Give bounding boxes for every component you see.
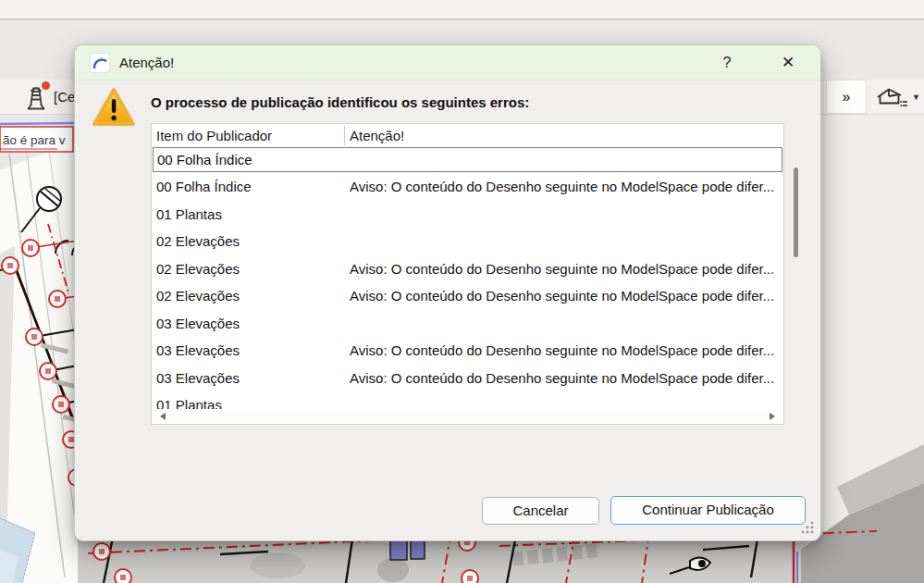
scroll-left-icon[interactable] (160, 413, 166, 420)
close-icon[interactable]: ✕ (776, 45, 800, 81)
row-item-label: 02 Elevações (153, 288, 344, 304)
continue-publish-button[interactable]: Continuar Publicação (610, 496, 806, 525)
model-view-icon[interactable] (874, 85, 909, 109)
row-warning-label: Aviso: O conteúdo do Desenho seguinte no… (344, 179, 782, 194)
warning-icon (92, 86, 136, 129)
error-table-body: 00 Folha ÍndiceAviso: O conteúdo do Dese… (153, 173, 782, 409)
table-row[interactable]: 01 Plantas (153, 201, 782, 229)
help-button[interactable]: ? (715, 45, 739, 81)
archicad-logo-icon (90, 53, 110, 73)
table-row[interactable]: 02 ElevaçõesAviso: O conteúdo do Desenho… (153, 282, 782, 310)
row-warning-label: Aviso: O conteúdo do Desenho seguinte no… (344, 288, 782, 304)
table-row[interactable]: 02 ElevaçõesAviso: O conteúdo do Desenho… (153, 255, 782, 283)
column-header-item[interactable]: Item do Publicador (152, 128, 344, 143)
row-item-label: 03 Elevações (153, 342, 344, 358)
dialog-titlebar[interactable]: Atenção! ? ✕ (75, 45, 820, 81)
dialog-title: Atenção! (119, 55, 174, 70)
row-item-label: 01 Plantas (153, 397, 344, 409)
toolbar-overflow-button[interactable]: » (826, 80, 867, 114)
column-header-warning[interactable]: Atenção! (344, 126, 783, 145)
row-warning-label: Aviso: O conteúdo do Desenho seguinte no… (344, 261, 782, 277)
table-row[interactable]: 02 Elevações (153, 228, 782, 255)
row-item-label: 02 Elevações (153, 261, 344, 277)
horizontal-scrollbar[interactable] (153, 410, 782, 423)
vertical-scrollbar-thumb[interactable] (794, 167, 798, 257)
error-table: Item do Publicador Atenção! 00 Folha Índ… (151, 123, 784, 425)
row-item-label: 03 Elevações (153, 370, 344, 386)
background-window-title: [Ce (54, 80, 75, 115)
table-row[interactable]: 01 Plantas (153, 391, 782, 409)
resize-grip[interactable] (801, 521, 814, 534)
row-warning-label: Aviso: O conteúdo do Desenho seguinte no… (344, 342, 782, 358)
table-row[interactable]: 03 ElevaçõesAviso: O conteúdo do Desenho… (153, 337, 782, 365)
drawing-text: ão é para v (3, 133, 66, 147)
row-warning-label: Aviso: O conteúdo do Desenho seguinte no… (344, 370, 782, 386)
table-row[interactable]: 03 ElevaçõesAviso: O conteúdo do Desenho… (153, 365, 782, 392)
row-item-label: 02 Elevações (153, 233, 344, 249)
row-item-label: 00 Folha Índice (153, 179, 344, 194)
dialog-message: O processo de publicação identificou os … (151, 94, 529, 110)
scroll-right-icon[interactable] (770, 413, 775, 420)
background-title-strip (0, 0, 924, 20)
notification-dot (42, 81, 50, 90)
selected-row[interactable]: 00 Folha Índice (153, 147, 782, 172)
row-item-label: 01 Plantas (153, 206, 344, 222)
table-row[interactable]: 00 Folha ÍndiceAviso: O conteúdo do Dese… (153, 173, 782, 201)
dropdown-caret-icon[interactable]: ▼ (912, 93, 920, 102)
table-row[interactable]: 03 Elevações (153, 310, 782, 338)
row-item-label: 03 Elevações (153, 316, 344, 331)
cancel-button[interactable]: Cancelar (482, 497, 599, 525)
selected-row-label: 00 Folha Índice (154, 152, 253, 167)
table-header: Item do Publicador Atenção! (152, 124, 783, 147)
attention-dialog: Atenção! ? ✕ O processo de publicação id… (74, 44, 821, 541)
